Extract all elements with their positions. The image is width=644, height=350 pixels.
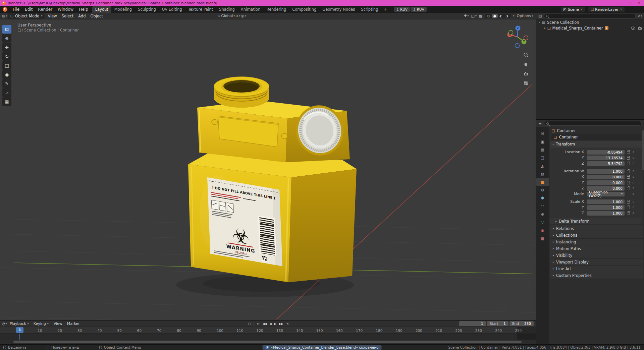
frame-start-field[interactable]: Start1: [487, 321, 508, 326]
outliner-row-object[interactable]: ▸ ❑ Medical_Sharps_Container ▼: [536, 25, 644, 31]
viewport-menu[interactable]: Select: [59, 14, 76, 18]
animate-dot-icon[interactable]: [633, 212, 634, 214]
workspace-tab[interactable]: Geometry Nodes: [319, 6, 358, 13]
jump-to-start-button[interactable]: ⇤: [256, 322, 261, 326]
workspace-tab[interactable]: Rendering: [263, 6, 289, 13]
timeline-track-area[interactable]: [0, 334, 536, 340]
animate-dot-icon[interactable]: [633, 187, 634, 189]
lock-icon[interactable]: [627, 188, 630, 190]
timeline-menu[interactable]: Keying▾: [31, 322, 51, 326]
lock-icon[interactable]: [627, 152, 630, 154]
3d-scene[interactable]: ✂ † DO NOT FILL ABOVE THIS LINE †: [0, 19, 536, 319]
number-field[interactable]: 13.78534: [587, 156, 625, 160]
timeline-scrollbar-thumb[interactable]: [13, 341, 522, 343]
outliner-filter-button[interactable]: ∇▾: [638, 14, 642, 18]
overlays-toggle[interactable]: ◫ ▾: [471, 14, 477, 18]
animate-dot-icon[interactable]: [633, 163, 634, 164]
hide-eye-icon[interactable]: [631, 26, 635, 30]
shading-solid-button[interactable]: ●: [492, 14, 498, 18]
remove-view-layer-icon[interactable]: ✕: [620, 8, 622, 11]
tab-render[interactable]: ▣: [536, 138, 549, 146]
cursor-tool-button[interactable]: ⊕: [2, 34, 11, 43]
tab-view-layer[interactable]: ❏: [536, 154, 549, 162]
tab-material[interactable]: ◉: [536, 226, 549, 234]
animate-dot-icon[interactable]: [633, 157, 634, 159]
tab-object[interactable]: ■: [536, 178, 549, 186]
add-workspace-button[interactable]: +: [381, 7, 389, 12]
animate-dot-icon[interactable]: [633, 193, 634, 195]
snap-toggle[interactable]: ∪ ▾: [235, 14, 240, 18]
outliner-row-scene-collection[interactable]: ▾ ▤ Scene Collection: [536, 19, 644, 25]
properties-editor-type-icon[interactable]: ≡: [539, 121, 542, 126]
number-field[interactable]: 1.000: [587, 205, 625, 210]
save-notification[interactable]: i «Medical_Sharps_Container_blender_base…: [263, 345, 382, 350]
collapsed-panel-header[interactable]: ▸ Custom Properties: [550, 272, 643, 279]
topbar-menu[interactable]: Render: [35, 6, 55, 13]
viewport-3d-area[interactable]: ✂ † DO NOT FILL ABOVE THIS LINE †: [0, 19, 536, 319]
tab-physics[interactable]: ◠: [536, 202, 549, 210]
collapsed-panel-header[interactable]: ▸ Visibility: [550, 252, 643, 259]
transform-panel-header[interactable]: ▾ Transform: [550, 141, 643, 148]
collapsed-panel-header[interactable]: ▸ Collections: [550, 232, 643, 239]
animate-dot-icon[interactable]: [633, 176, 634, 178]
add-cube-tool-button[interactable]: ▦: [2, 97, 11, 106]
tab-modifiers[interactable]: ⚙: [536, 186, 549, 194]
measure-tool-button[interactable]: ⊿: [2, 88, 11, 97]
orthographic-grid-icon[interactable]: [523, 80, 529, 86]
navigation-gizmo[interactable]: X Y Z: [503, 22, 532, 50]
workspace-tab[interactable]: UV Editing: [159, 6, 185, 13]
timeline-editor-type-icon[interactable]: ◔: [2, 322, 5, 326]
annotate-tool-button[interactable]: ✎: [2, 79, 11, 88]
collapsed-panel-header[interactable]: ▸ Line Art: [550, 266, 643, 272]
tab-output[interactable]: ▤: [536, 146, 549, 154]
viewport-editor-type-icon[interactable]: ▧: [2, 14, 5, 18]
jump-to-end-button[interactable]: ⇥: [284, 322, 289, 326]
workspace-tab[interactable]: Animation: [238, 6, 264, 13]
workspace-tab[interactable]: Compositing: [289, 6, 319, 13]
topbar-menu[interactable]: Edit: [22, 6, 35, 13]
tab-tool[interactable]: ⚒: [536, 130, 549, 138]
blender-menu-icon[interactable]: [3, 7, 7, 12]
rotate-tool-button[interactable]: ↻: [2, 52, 11, 61]
camera-view-icon[interactable]: [523, 71, 529, 76]
tab-world[interactable]: ◍: [536, 170, 549, 178]
animate-dot-icon[interactable]: [633, 170, 634, 172]
delta-transform-subpanel[interactable]: ▸ Delta Transform: [550, 218, 641, 224]
topbar-menu[interactable]: Window: [55, 6, 76, 13]
timeline-scrollbar[interactable]: [0, 340, 536, 344]
rotation-mode-dropdown[interactable]: Quaternion (WXYZ) ▾: [587, 192, 625, 196]
tab-constraints[interactable]: ⊝: [536, 210, 549, 218]
pan-hand-icon[interactable]: [523, 62, 529, 67]
number-field[interactable]: 1.000: [587, 169, 625, 174]
properties-search-input[interactable]: [544, 121, 642, 126]
tab-data[interactable]: ▽: [536, 218, 549, 226]
move-tool-button[interactable]: ✚: [2, 43, 11, 52]
play-button[interactable]: ▶: [273, 322, 277, 326]
workspace-tab[interactable]: Scripting: [358, 6, 381, 13]
number-field[interactable]: -5.54792: [587, 161, 625, 166]
minimize-button[interactable]: —: [616, 0, 625, 6]
shading-rendered-button[interactable]: ◑: [504, 14, 510, 18]
lock-icon[interactable]: [627, 157, 630, 160]
viewport-menu[interactable]: View: [45, 14, 59, 18]
collapsed-panel-header[interactable]: ▸ Instancing: [550, 239, 643, 245]
workspace-tab[interactable]: Shading: [216, 6, 238, 13]
lock-icon[interactable]: [627, 163, 630, 165]
play-reverse-button[interactable]: ◀: [268, 322, 273, 326]
gizmos-toggle[interactable]: ✚ ▾: [464, 14, 469, 18]
current-frame-field[interactable]: 1: [459, 321, 486, 326]
close-button[interactable]: ✕: [635, 0, 644, 6]
number-field[interactable]: -0.85494: [587, 150, 625, 155]
workspace-tab[interactable]: Layout: [92, 6, 111, 13]
outliner-search-input[interactable]: [544, 14, 636, 18]
workspace-tab[interactable]: Modeling: [111, 6, 135, 13]
mode-selector[interactable]: ▢ Object Mode ▾: [8, 13, 45, 19]
proportional-editing-toggle[interactable]: ◎ ▾: [241, 14, 246, 18]
lock-icon[interactable]: [627, 201, 630, 203]
number-field[interactable]: 1.000: [587, 211, 625, 216]
ruv-import-button[interactable]: ↥RUV: [411, 7, 427, 12]
animate-dot-icon[interactable]: [633, 207, 634, 208]
collapsed-panel-header[interactable]: ▸ Motion Paths: [550, 245, 643, 252]
lock-icon[interactable]: [627, 176, 630, 179]
properties-scrollbar[interactable]: [642, 130, 644, 170]
